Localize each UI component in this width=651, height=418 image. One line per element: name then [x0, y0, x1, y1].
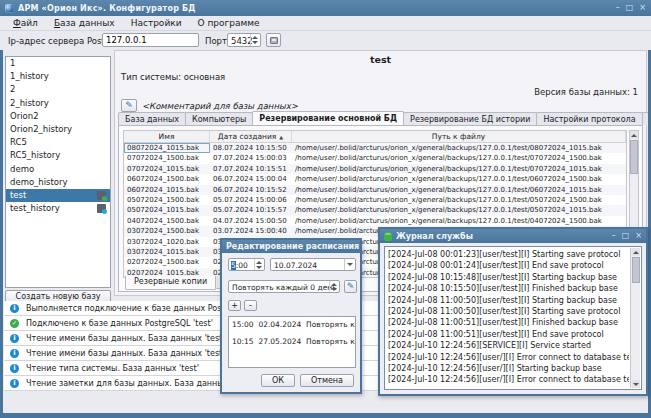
- window-title: АРМ «Орион Икс». Конфигуратор БД: [18, 4, 616, 13]
- panel-tabs: База данныхКомпьютерыРезервирование осно…: [118, 111, 643, 125]
- ok-button[interactable]: ОК: [261, 374, 295, 387]
- table-header: Имя Дата создания▲ Путь к файлу: [124, 131, 626, 143]
- minimize-button[interactable]: –: [616, 3, 620, 13]
- database-list[interactable]: 1 1_history 2 2_history Orion2 Orion2_hi…: [5, 56, 111, 288]
- chevron-down-icon[interactable]: [344, 259, 355, 270]
- database-green-icon: [384, 232, 392, 241]
- scroll-up-icon[interactable]: [630, 131, 638, 139]
- database-icon: [97, 204, 106, 213]
- scroll-up-icon[interactable]: [632, 248, 640, 256]
- database-icon: [97, 191, 106, 200]
- cancel-button[interactable]: Отмена: [300, 374, 354, 387]
- log-line: [2024-Jul-08 11:00:51][user/test][I] Fin…: [388, 317, 629, 328]
- table-row[interactable]: 04072024_1500.bak 04.07.2024 15:00:50 /h…: [124, 216, 626, 226]
- table-row[interactable]: 06072024_1500.bak 06.07.2024 15:00:04 /h…: [124, 174, 626, 184]
- add-schedule-button[interactable]: +: [228, 300, 241, 311]
- log-scrollbar[interactable]: [630, 248, 640, 388]
- schedule-list[interactable]: 15:00 02.04.2024 Повторять каждый день10…: [228, 316, 356, 368]
- status-icon: ✓: [10, 319, 19, 328]
- database-list-item[interactable]: 2: [6, 83, 110, 96]
- schedule-edit-dialog: Редактирование расписания 5:00 10.07.202…: [220, 238, 362, 394]
- dialog-titlebar[interactable]: Редактирование расписания: [222, 240, 360, 253]
- database-list-item[interactable]: Orion2_history: [6, 123, 110, 136]
- log-lines: [2024-Jul-08 00:01:23][user/test][I] Sta…: [388, 249, 629, 388]
- column-header-date[interactable]: Дата создания▲: [210, 131, 292, 142]
- tab[interactable]: Компьютеры: [185, 112, 253, 125]
- menu-item[interactable]: Файл: [6, 17, 45, 29]
- status-icon: i: [10, 304, 19, 313]
- database-list-item[interactable]: RC5_history: [6, 149, 110, 162]
- database-list-item[interactable]: test: [6, 189, 110, 202]
- log-line: [2024-Jul-10 12:24:56][user/][I] Error c…: [388, 374, 629, 385]
- menu-item[interactable]: О программе: [191, 17, 267, 29]
- column-header-name[interactable]: Имя: [124, 131, 210, 142]
- window-border-bottom: [0, 413, 651, 418]
- close-button[interactable]: ×: [635, 231, 642, 241]
- table-row[interactable]: 07072024_1015.bak 07.07.2024 10:15:51 /h…: [124, 164, 626, 174]
- tab[interactable]: Настройки протокола: [536, 112, 642, 125]
- table-row[interactable]: 05072024_1500.bak 05.07.2024 15:00:06 /h…: [124, 195, 626, 205]
- database-list-item[interactable]: RC5: [6, 136, 110, 149]
- service-log-window: Журнал службы – □ × [2024-Jul-08 00:01:2…: [378, 227, 648, 396]
- log-line: [2024-Jul-08 11:00:51][user/test][I] End…: [388, 329, 629, 340]
- log-line: [2024-Jul-08 00:01:24][user/test][I] End…: [388, 260, 629, 271]
- date-combobox[interactable]: 10.07.2024: [270, 258, 356, 271]
- table-row[interactable]: 06072024_1015.bak 06.07.2024 10:15:52 /h…: [124, 185, 626, 195]
- menu-item[interactable]: Настройки: [124, 17, 189, 29]
- tab[interactable]: Резервирование БД истории: [403, 112, 537, 125]
- table-row[interactable]: 05072024_1015.bak 05.07.2024 10:15:57 /h…: [124, 205, 626, 215]
- database-list-item[interactable]: 1_history: [6, 70, 110, 83]
- column-header-path[interactable]: Путь к файлу: [292, 131, 626, 142]
- scrollbar-thumb[interactable]: [632, 257, 640, 283]
- system-type-label: Тип системы: основная: [121, 72, 225, 82]
- status-icon: i: [10, 364, 19, 373]
- log-window-titlebar[interactable]: Журнал службы – □ ×: [380, 229, 646, 243]
- spinner-arrows-icon[interactable]: [250, 34, 259, 46]
- database-list-item[interactable]: test_history: [6, 202, 110, 215]
- edit-repeat-button[interactable]: ✎: [344, 280, 357, 293]
- menu-item[interactable]: База данных: [47, 17, 122, 29]
- connect-button[interactable]: [266, 33, 281, 47]
- remove-schedule-button[interactable]: -: [244, 300, 257, 311]
- database-list-item[interactable]: 2_history: [6, 97, 110, 110]
- port-spinner[interactable]: 5432: [227, 33, 261, 47]
- connect-icon: [270, 37, 278, 44]
- scrollbar-thumb[interactable]: [630, 140, 638, 174]
- maximize-button[interactable]: □: [622, 231, 630, 241]
- maximize-button[interactable]: □: [626, 3, 634, 13]
- minimize-button[interactable]: –: [612, 231, 616, 241]
- pencil-icon: ✎: [347, 282, 355, 291]
- close-button[interactable]: ×: [639, 3, 646, 13]
- status-icon: i: [10, 334, 19, 343]
- log-line: [2024-Jul-08 10:15:50][user/test][I] Fin…: [388, 283, 629, 294]
- table-row[interactable]: 08072024_1015.bak 08.07.2024 10:15:50 /h…: [124, 143, 626, 153]
- schedule-entry[interactable]: 10:15 27.05.2024 Повторять каждый день: [232, 337, 355, 346]
- menubar: ФайлБаза данныхНастройкиО программе: [0, 16, 651, 31]
- repeat-spinner[interactable]: Повторять каждый 0 день: [228, 280, 340, 293]
- tab[interactable]: База данных: [118, 112, 186, 125]
- scroll-down-icon[interactable]: [632, 380, 640, 388]
- table-row[interactable]: 07072024_1500.bak 07.07.2024 15:00:03 /h…: [124, 153, 626, 163]
- titlebar[interactable]: АРМ «Орион Икс». Конфигуратор БД – □ ×: [0, 0, 651, 16]
- time-spinner[interactable]: 5:00: [228, 258, 265, 271]
- ip-input[interactable]: [102, 33, 199, 47]
- database-list-item[interactable]: Orion2: [6, 110, 110, 123]
- comment-placeholder: <Комментарий для базы данных>: [142, 101, 298, 111]
- database-version-label: Версия базы данных: 1: [534, 87, 638, 97]
- spinner-arrows-icon[interactable]: [329, 281, 338, 292]
- spinner-arrows-icon[interactable]: [254, 259, 263, 270]
- subtab[interactable]: Резервные копии: [125, 276, 216, 290]
- schedule-entry[interactable]: 15:00 02.04.2024 Повторять каждый день: [232, 320, 355, 329]
- connection-bar: Ip-адрес сервера PostgreSQL Порт 5432: [0, 31, 651, 50]
- log-text-area[interactable]: [2024-Jul-08 00:01:23][user/test][I] Sta…: [384, 246, 642, 390]
- log-line: [2024-Jul-08 11:00:50][user/test][I] Sta…: [388, 306, 629, 317]
- database-list-item[interactable]: demo_history: [6, 176, 110, 189]
- status-icon: i: [10, 379, 19, 388]
- database-title: test: [115, 54, 646, 65]
- tab[interactable]: Резервирование основной БД: [252, 111, 404, 125]
- database-list-item[interactable]: 1: [6, 57, 110, 70]
- log-line: [2024-Jul-10 12:24:56][SERVICE][I] Servi…: [388, 340, 629, 351]
- database-list-item[interactable]: demo: [6, 163, 110, 176]
- log-line: [2024-Jul-10 12:24:56][user/][I] Error c…: [388, 352, 629, 363]
- log-line: [2024-Jul-10 12:24:56][user/][I] Startin…: [388, 363, 629, 374]
